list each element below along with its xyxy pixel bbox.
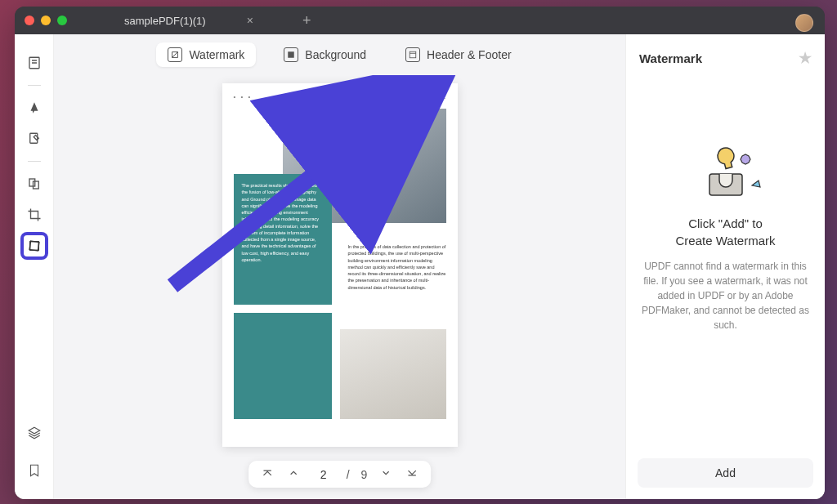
- tab-label: Watermark: [189, 48, 244, 61]
- left-toolbar: [15, 34, 54, 499]
- page-number-input[interactable]: [312, 468, 335, 481]
- svg-rect-10: [289, 51, 295, 58]
- organize-tool-icon[interactable]: [22, 172, 47, 196]
- toolbar-divider: [28, 161, 41, 162]
- page-number-label: 2: [442, 93, 445, 100]
- svg-line-9: [172, 52, 178, 58]
- svg-rect-7: [29, 242, 38, 251]
- empty-state-description: UPDF cannot find a watermark in this fil…: [641, 259, 810, 332]
- tab-background[interactable]: Background: [272, 42, 378, 67]
- page-tools-tabs: Watermark Background Header & Footer: [54, 34, 625, 75]
- new-tab-button[interactable]: +: [302, 12, 311, 29]
- svg-rect-4: [29, 179, 35, 186]
- reader-tool-icon[interactable]: [22, 51, 47, 75]
- tab-header-footer[interactable]: Header & Footer: [394, 42, 523, 67]
- window-controls: [25, 16, 67, 25]
- maximize-window-button[interactable]: [57, 16, 67, 25]
- page-total: 9: [361, 468, 368, 481]
- background-icon: [284, 47, 298, 62]
- svg-rect-3: [29, 133, 37, 143]
- tab-label: Header & Footer: [427, 48, 512, 61]
- app-body: Page Tools ⌘5 Watermark Background: [15, 34, 825, 499]
- empty-state-illustration: [685, 143, 767, 200]
- watermark-icon: [168, 47, 182, 62]
- empty-state-title: Click "Add" to Create Watermark: [676, 215, 776, 249]
- close-window-button[interactable]: [25, 16, 34, 25]
- crop-tool-icon[interactable]: [22, 203, 47, 227]
- page-header-dots: [234, 93, 253, 100]
- app-window: samplePDF(1)(1) × +: [15, 7, 825, 499]
- minimize-window-button[interactable]: [41, 16, 51, 25]
- close-tab-icon[interactable]: ×: [247, 14, 253, 27]
- tab-watermark[interactable]: Watermark: [156, 42, 256, 67]
- document-viewport[interactable]: 2 The practical results show that: based…: [54, 75, 625, 499]
- document-tab[interactable]: samplePDF(1)(1) × +: [124, 12, 311, 29]
- page-text-block-right: In the process of data collection and pr…: [348, 243, 446, 291]
- first-page-button[interactable]: [260, 467, 275, 481]
- tab-label: Background: [305, 48, 366, 61]
- next-page-button[interactable]: [378, 467, 393, 481]
- page-separator: /: [347, 468, 350, 481]
- add-watermark-button[interactable]: Add: [638, 458, 813, 488]
- layers-icon[interactable]: [22, 421, 47, 445]
- svg-rect-6: [29, 241, 39, 251]
- header-footer-icon: [405, 47, 420, 62]
- panel-body: Click "Add" to Create Watermark UPDF can…: [626, 28, 825, 447]
- page-tools-button[interactable]: [22, 234, 47, 258]
- page-text-block-teal: The practical results show that: based o…: [234, 174, 332, 305]
- page-image-blueprint: [340, 329, 446, 419]
- bookmark-icon[interactable]: [22, 458, 47, 483]
- right-panel: Watermark ★ Click "Add" to Create Waterm…: [625, 34, 825, 499]
- toolbar-divider: [28, 85, 41, 86]
- svg-rect-11: [410, 51, 416, 58]
- last-page-button[interactable]: [405, 467, 419, 481]
- edit-tool-icon[interactable]: [22, 127, 47, 151]
- svg-rect-5: [33, 181, 38, 189]
- main-area: Watermark Background Header & Footer: [54, 34, 625, 499]
- prev-page-button[interactable]: [286, 467, 301, 481]
- pdf-page: 2 The practical results show that: based…: [222, 83, 458, 447]
- page-teal-block: [234, 313, 332, 419]
- tab-title: samplePDF(1)(1): [124, 15, 206, 27]
- comment-tool-icon[interactable]: [22, 96, 47, 120]
- page-navigation: / 9: [248, 461, 432, 488]
